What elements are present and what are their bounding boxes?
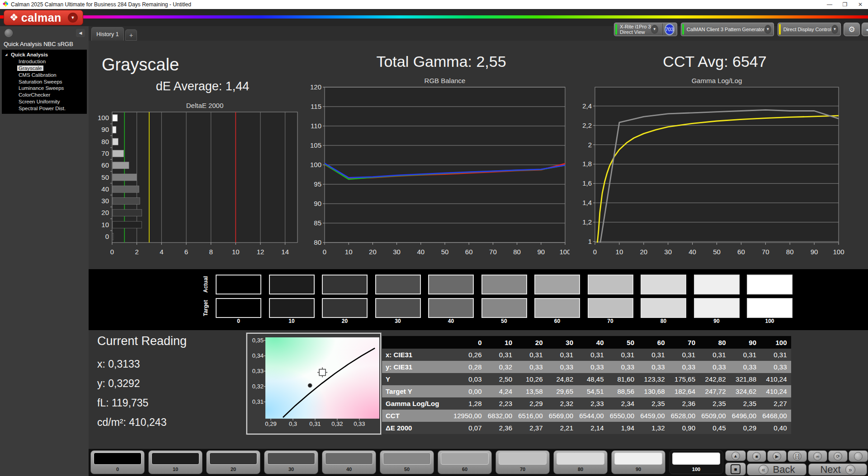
- read-button[interactable]: [849, 450, 868, 462]
- rgb-balance-chart: RGB Balance12011511010510095908580010203…: [307, 77, 570, 257]
- read-icon: [854, 452, 863, 461]
- cie-y-tick: 0,31: [247, 398, 264, 405]
- pattern-card-label: 20: [207, 467, 260, 472]
- svg-text:95: 95: [314, 180, 321, 188]
- column-header-80: 80: [699, 336, 730, 349]
- pattern-window-icon: ■: [731, 464, 741, 474]
- gear-icon: ⚙: [848, 25, 855, 34]
- pattern-swatch: [441, 453, 489, 465]
- pattern-window-up-button[interactable]: ▲: [725, 450, 746, 461]
- pattern-card-20[interactable]: 20: [206, 450, 260, 474]
- sidebar-item-quick-analysis[interactable]: ◢Quick Analysis: [2, 51, 87, 58]
- cie-y-tick: 0,35: [247, 337, 264, 344]
- pattern-window-button[interactable]: ■: [725, 462, 746, 476]
- calman-logo-text: calman: [21, 11, 61, 24]
- band-level-label: 70: [588, 318, 633, 324]
- meter-count-badge[interactable]: 703: [665, 23, 675, 35]
- current-reading-title: Current Reading: [97, 334, 187, 348]
- tree-expanded-icon[interactable]: ◢: [5, 53, 9, 56]
- column-header-40: 40: [577, 336, 608, 349]
- table-cell: 2,34: [608, 397, 639, 410]
- pattern-card-30[interactable]: 30: [264, 450, 318, 474]
- back-button[interactable]: «Back: [747, 463, 807, 476]
- pattern-card-10[interactable]: 10: [148, 450, 203, 474]
- pattern-swatch: [267, 453, 315, 465]
- tab-history-1[interactable]: History 1: [91, 27, 124, 41]
- play-button[interactable]: ▶: [767, 450, 787, 462]
- table-cell: 2,23: [486, 397, 517, 410]
- pattern-card-70[interactable]: 70: [495, 450, 550, 474]
- sidebar-item-label[interactable]: Spectral Power Dist.: [17, 106, 67, 111]
- svg-text:60: 60: [737, 248, 745, 256]
- table-cell: 130,68: [638, 385, 669, 397]
- sidebar-item-screen-uniformity[interactable]: Screen Uniformity: [2, 98, 87, 105]
- table-cell: 0,33: [577, 361, 608, 373]
- pattern-card-40[interactable]: 40: [322, 450, 376, 474]
- maximize-button[interactable]: ❐: [837, 0, 853, 9]
- settings-button[interactable]: ⚙: [844, 23, 860, 36]
- sidebar-item-introduction[interactable]: Introduction: [2, 58, 87, 65]
- up-arrow-icon: ▲: [731, 452, 740, 460]
- sidebar-record-button[interactable]: [5, 29, 13, 37]
- collapse-panel-button[interactable]: ◀: [862, 23, 868, 36]
- table-cell: 247,72: [699, 385, 730, 397]
- table-cell: 2,21: [547, 422, 578, 434]
- loop-button[interactable]: ⟳: [828, 450, 848, 462]
- svg-text:40: 40: [417, 248, 425, 256]
- sidebar-item-colorchecker[interactable]: ColorChecker: [2, 92, 87, 98]
- sidebar-item-label[interactable]: CMS Calibration: [17, 72, 58, 78]
- sidebar-item-label[interactable]: Saturation Sweeps: [17, 79, 64, 84]
- svg-text:50: 50: [441, 248, 449, 256]
- sidebar-item-luminance-sweeps[interactable]: Luminance Sweeps: [2, 85, 87, 92]
- chevron-down-icon: ▼: [68, 13, 78, 23]
- pattern-card-100[interactable]: 100: [669, 450, 723, 474]
- pattern-generator-dropdown[interactable]: CalMAN Client 3 Pattern Generator ▼: [681, 23, 774, 36]
- target-swatch-0: [216, 298, 261, 318]
- table-cell: 2,36: [669, 397, 700, 410]
- table-cell: 6569,00: [547, 410, 578, 422]
- meter-dropdown[interactable]: X-Rite i1Pro 3 Direct View ▼ 703: [614, 23, 677, 36]
- tab-add-button[interactable]: +: [125, 29, 137, 41]
- svg-text:90: 90: [811, 248, 818, 256]
- measure-single-button[interactable]: [-]: [788, 450, 807, 462]
- sidebar-item-label[interactable]: Quick Analysis: [9, 52, 49, 57]
- pattern-card-80[interactable]: 80: [553, 450, 608, 474]
- stop-button[interactable]: ■: [747, 450, 766, 462]
- table-cell: 0,40: [760, 422, 791, 434]
- table-cell: 2,27: [760, 397, 791, 410]
- pattern-card-label: 10: [149, 467, 202, 472]
- table-header-row: 0102030405060708090100: [382, 336, 791, 349]
- sidebar-item-label[interactable]: ColorChecker: [17, 92, 52, 98]
- sidebar-item-spectral-power-dist-[interactable]: Spectral Power Dist.: [2, 105, 87, 112]
- table-cell: 2,14: [577, 422, 608, 434]
- next-button[interactable]: Next»: [808, 463, 867, 476]
- sidebar-item-grayscale[interactable]: Grayscale: [2, 65, 87, 72]
- pattern-swatch: [383, 453, 431, 465]
- pattern-card-0[interactable]: 0: [90, 450, 145, 474]
- table-cell: 6509,00: [699, 410, 730, 422]
- sidebar-item-label[interactable]: Introduction: [17, 59, 47, 64]
- calman-menu-button[interactable]: ❖ calman ▼: [4, 10, 83, 25]
- table-cell: 0,31: [760, 349, 791, 361]
- measure-continuous-button[interactable]: ∞: [808, 450, 827, 462]
- sidebar-item-saturation-sweeps[interactable]: Saturation Sweeps: [2, 78, 87, 85]
- table-cell: 0,00: [455, 385, 486, 397]
- sidebar-item-label[interactable]: Luminance Sweeps: [17, 85, 65, 91]
- row-label: x: CIE31: [382, 349, 455, 361]
- sidebar-item-label[interactable]: Grayscale: [17, 65, 43, 71]
- display-control-dropdown[interactable]: Direct Display Control ▼: [778, 23, 841, 36]
- pattern-card-60[interactable]: 60: [438, 450, 492, 474]
- pattern-bar: 0102030405060708090100■▶[-]∞⟳«BackNext»: [89, 449, 868, 476]
- pattern-card-50[interactable]: 50: [380, 450, 434, 474]
- minimize-button[interactable]: —: [822, 0, 837, 9]
- close-button[interactable]: ✕: [853, 0, 868, 9]
- sidebar-item-label[interactable]: Screen Uniformity: [17, 99, 61, 104]
- svg-text:80: 80: [513, 248, 521, 256]
- pattern-card-90[interactable]: 90: [611, 450, 665, 474]
- target-swatch-20: [322, 298, 368, 318]
- sidebar-item-cms-calibration[interactable]: CMS Calibration: [2, 71, 87, 78]
- sidebar-collapse-button[interactable]: ◀: [76, 29, 85, 37]
- reading-y: y: 0,3292: [97, 378, 140, 390]
- total-gamma-value: Total Gamma: 2,55: [342, 53, 541, 70]
- column-header-0: 0: [455, 336, 486, 349]
